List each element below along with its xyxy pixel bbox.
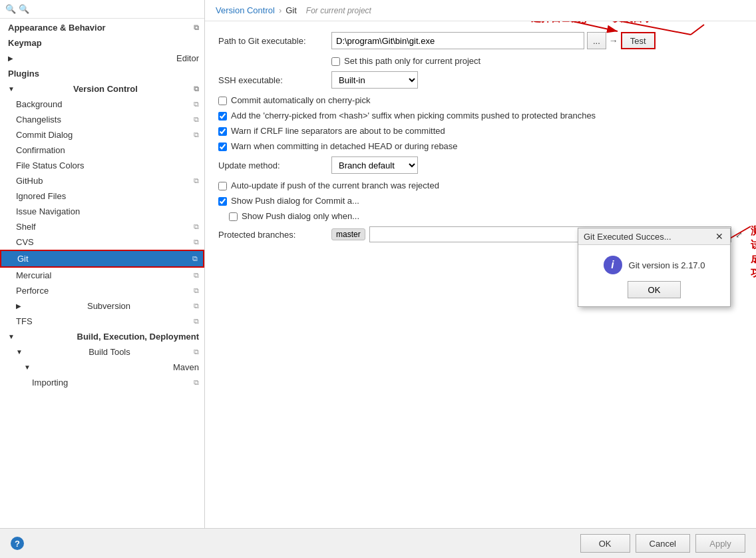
- sidebar-item-label: Background: [16, 99, 62, 109]
- auto-update-checkbox[interactable]: [218, 182, 227, 190]
- sidebar-item-tfs[interactable]: TFS ⧉: [0, 314, 204, 329]
- sidebar-item-versioncontrol[interactable]: ▼ Version Control ⧉: [0, 81, 204, 97]
- popup-title: Git Executed Succes...: [584, 232, 671, 242]
- sidebar-item-label: GitHub: [16, 176, 43, 186]
- expand-arrow-bt: ▼: [16, 348, 23, 356]
- sidebar-item-cvs[interactable]: CVS ⧉: [0, 234, 204, 250]
- sidebar-item-subversion[interactable]: ▶ Subversion ⧉: [0, 298, 204, 314]
- help-button[interactable]: ?: [11, 537, 24, 550]
- sidebar-item-background[interactable]: Background ⧉: [0, 97, 204, 112]
- warn-head-row: Warn when committing in detached HEAD or…: [218, 141, 743, 151]
- sidebar-item-label: Mercurial: [16, 270, 51, 280]
- sidebar-item-mercurial[interactable]: Mercurial ⧉: [0, 268, 204, 283]
- sidebar-item-importing[interactable]: Importing ⧉: [0, 375, 204, 390]
- sidebar-item-github[interactable]: GitHub ⧉: [0, 173, 204, 188]
- popup-dialog[interactable]: Git Executed Succes... ✕ i Git version i…: [578, 228, 731, 307]
- svg-line-0: [558, 21, 618, 31]
- sidebar-item-label: TFS: [16, 316, 33, 326]
- show-push-only-checkbox[interactable]: [229, 212, 238, 221]
- commit-auto-row: Commit automatically on cherry-pick: [218, 95, 743, 105]
- sidebar-item-maven[interactable]: ▼ Maven: [0, 360, 204, 375]
- copy-icon-vc: ⧉: [194, 85, 199, 93]
- sidebar-item-build[interactable]: ▼ Build, Execution, Deployment: [0, 329, 204, 344]
- sidebar-item-keymap[interactable]: Keymap: [0, 35, 204, 51]
- sidebar-item-commitdialog[interactable]: Commit Dialog ⧉: [0, 127, 204, 142]
- set-path-label: Set this path only for current project: [344, 56, 480, 66]
- show-push-only-row: Show Push dialog only when...: [229, 211, 743, 221]
- path-label: Path to Git executable:: [218, 36, 331, 46]
- add-suffix-row: Add the 'cherry-picked from <hash>' suff…: [218, 111, 743, 121]
- popup-ok-button[interactable]: OK: [628, 281, 681, 298]
- copy-icon: ⧉: [194, 23, 199, 32]
- sidebar-item-ignoredfiles[interactable]: Ignored Files: [0, 188, 204, 204]
- protected-label: Protected branches:: [218, 230, 331, 240]
- copy-icon-bg: ⧉: [194, 100, 199, 109]
- browse-button[interactable]: ...: [587, 32, 606, 49]
- set-path-checkbox[interactable]: [331, 57, 340, 66]
- copy-icon-svn: ⧉: [194, 302, 199, 310]
- sidebar-item-changelists[interactable]: Changelists ⧉: [0, 112, 204, 127]
- path-field: ... → Test: [331, 32, 743, 49]
- warn-head-label: Warn when committing in detached HEAD or…: [231, 141, 458, 151]
- breadcrumb-note: For current project: [306, 6, 371, 15]
- cancel-button[interactable]: Cancel: [636, 534, 690, 553]
- popup-body: i Git version is 2.17.0 OK: [578, 245, 730, 306]
- sidebar-item-label: Ignored Files: [16, 191, 66, 201]
- expand-arrow-svn: ▶: [16, 302, 21, 310]
- sidebar-item-buildtools[interactable]: ▼ Build Tools ⧉: [0, 344, 204, 360]
- path-input[interactable]: [331, 32, 584, 49]
- warn-head-checkbox[interactable]: [218, 142, 227, 151]
- update-label: Update method:: [218, 160, 331, 170]
- ssh-select[interactable]: Built-in: [331, 71, 418, 89]
- sidebar-item-filestatuscolors[interactable]: File Status Colors: [0, 158, 204, 173]
- breadcrumb-vc[interactable]: Version Control: [216, 5, 275, 15]
- search-input[interactable]: [19, 4, 199, 14]
- update-select[interactable]: Branch default: [331, 156, 418, 174]
- copy-icon-cvs: ⧉: [194, 238, 199, 246]
- search-bar[interactable]: 🔍: [0, 0, 204, 19]
- sidebar-item-label: File Status Colors: [16, 160, 85, 170]
- popup-message: Git version is 2.17.0: [629, 260, 705, 270]
- test-button[interactable]: Test: [621, 32, 656, 49]
- apply-button[interactable]: Apply: [695, 534, 745, 553]
- warn-crlf-label: Warn if CRLF line separators are about t…: [231, 126, 445, 136]
- sidebar-item-perforce[interactable]: Perforce ⧉: [0, 283, 204, 298]
- sidebar-item-label: Keymap: [8, 38, 42, 48]
- sidebar-item-appearance[interactable]: Appearance & Behavior ⧉: [0, 20, 204, 35]
- commit-auto-checkbox[interactable]: [218, 97, 227, 105]
- sidebar-item-issuenavigation[interactable]: Issue Navigation: [0, 204, 204, 219]
- breadcrumb-sep: ›: [279, 5, 282, 15]
- sidebar-item-label: Subversion: [87, 301, 130, 311]
- ssh-row: SSH executable: Built-in: [218, 71, 743, 89]
- sidebar-section-main: Appearance & Behavior ⧉ Keymap ▶ Editor …: [0, 19, 204, 392]
- expand-arrow-build: ▼: [8, 333, 15, 340]
- copy-icon-cl: ⧉: [194, 115, 199, 124]
- bottom-bar: ? OK Cancel Apply: [0, 528, 756, 558]
- ssh-field: Built-in: [331, 71, 743, 89]
- expand-icon[interactable]: ⤢: [735, 230, 743, 240]
- expand-arrow-vc: ▼: [8, 85, 15, 93]
- sidebar-item-label: Shelf: [16, 222, 36, 232]
- sidebar: 🔍 Appearance & Behavior ⧉ Keymap ▶ Edito…: [0, 0, 205, 528]
- sidebar-item-plugins[interactable]: Plugins: [0, 66, 204, 81]
- breadcrumb-git: Git: [285, 5, 297, 15]
- popup-info-row: i Git version is 2.17.0: [604, 256, 705, 274]
- ok-button[interactable]: OK: [580, 534, 630, 553]
- sidebar-item-label: Version Control: [73, 84, 138, 94]
- sidebar-item-editor[interactable]: ▶ Editor: [0, 51, 204, 66]
- sidebar-item-label: Issue Navigation: [16, 206, 80, 216]
- warn-crlf-checkbox[interactable]: [218, 127, 227, 136]
- commit-auto-label: Commit automatically on cherry-pick: [231, 95, 371, 105]
- sidebar-item-confirmation[interactable]: Confirmation: [0, 142, 204, 158]
- popup-close-button[interactable]: ✕: [714, 231, 725, 242]
- sidebar-item-label: Build Tools: [89, 347, 130, 357]
- sidebar-item-git[interactable]: Git ⧉: [0, 250, 204, 268]
- arrow-icon: →: [609, 35, 618, 46]
- add-suffix-checkbox[interactable]: [218, 112, 227, 121]
- show-push-checkbox[interactable]: [218, 197, 227, 206]
- main-content: Version Control › Git For current projec…: [205, 0, 756, 528]
- sidebar-item-shelf[interactable]: Shelf ⧉: [0, 219, 204, 234]
- expand-arrow-editor: ▶: [8, 55, 13, 62]
- sidebar-item-label: Commit Dialog: [16, 130, 73, 140]
- copy-icon-tfs: ⧉: [194, 317, 199, 326]
